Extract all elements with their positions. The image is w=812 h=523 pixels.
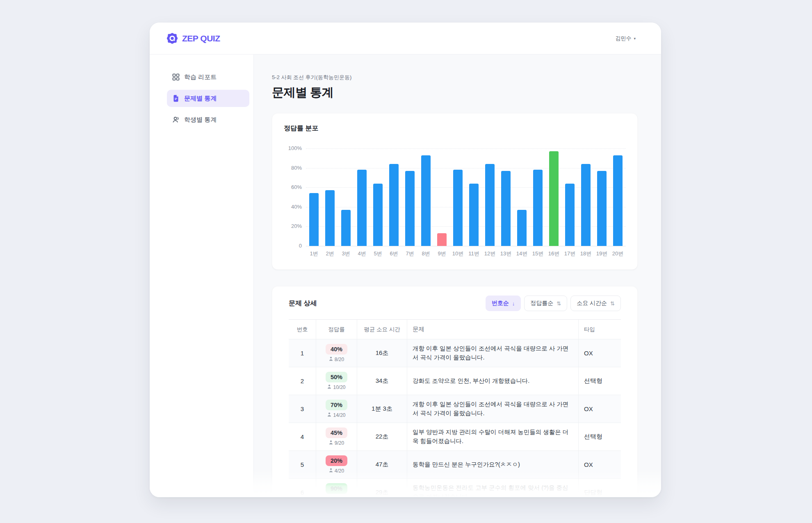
- cell-number: 6: [289, 479, 316, 497]
- table-row: 445%9/2022초일부 양반과 지방 관리의 수탈이 더해져 농민들의 생활…: [289, 423, 621, 451]
- cell-question: 개항 이후 일본 상인들이 조선에서 곡식을 대량으로 사 가면서 곡식 가격이…: [407, 395, 578, 423]
- accuracy-chart: 100%80%60%40%20%0 1번2번3번4번5번6번7번8번9번10번1…: [284, 148, 626, 257]
- bar-slot: [498, 171, 514, 246]
- person-icon: [327, 384, 331, 390]
- cell-avg-time: 29초: [357, 479, 407, 497]
- bar-slot: [338, 210, 354, 246]
- cell-number: 1: [289, 339, 316, 367]
- accuracy-badge: 70%: [326, 400, 347, 410]
- sidebar-item-student-stats[interactable]: 학생별 통계: [167, 111, 249, 128]
- sort-button-label: 소요 시간순: [577, 300, 607, 307]
- cell-avg-time: 22초: [357, 423, 407, 450]
- respondent-count-text: 14/20: [333, 412, 345, 418]
- column-header: 평균 소요 시간: [357, 320, 407, 339]
- cell-avg-time: 1분 3초: [357, 395, 407, 423]
- respondent-count-text: 8/20: [335, 357, 344, 362]
- sort-button-accuracy[interactable]: 정답률순⇅: [524, 296, 567, 311]
- bar-15번: [533, 170, 543, 246]
- cell-type: 단답형: [578, 479, 622, 497]
- cell-number: 3: [289, 395, 316, 423]
- bar-slot: [610, 155, 626, 246]
- cell-question: 동학농민운동은 전라도 고부 군수의 횡포에 맞서 (?)을 중심으로 퍼져나갔…: [407, 479, 578, 497]
- column-header: 번호: [289, 320, 316, 339]
- chart-title: 정답률 분포: [284, 124, 626, 133]
- bar-1번: [309, 193, 319, 246]
- bar-slot: [578, 164, 594, 246]
- y-axis-tick: 40%: [284, 204, 302, 210]
- bar-2번: [325, 190, 335, 246]
- accuracy-badge: 50%: [326, 372, 347, 382]
- x-label: 5번: [370, 250, 386, 257]
- column-header: 문제: [407, 320, 578, 339]
- x-label: 1번: [306, 250, 322, 257]
- table-row: 690%18/2029초동학농민운동은 전라도 고부 군수의 횡포에 맞서 (?…: [289, 479, 621, 497]
- cell-accuracy: 20%4/20: [316, 451, 357, 478]
- respondent-count: 8/20: [329, 357, 344, 362]
- sort-updown-icon: ⇅: [557, 300, 561, 307]
- respondent-count-text: 10/20: [333, 384, 345, 390]
- sort-button-number[interactable]: 번호순↓: [486, 296, 521, 311]
- bar-12번: [485, 164, 495, 246]
- x-label: 9번: [434, 250, 450, 257]
- sidebar-item-label: 문제별 통계: [184, 95, 217, 102]
- cell-type: OX: [578, 451, 622, 478]
- table-row: 140%8/2016초개항 이후 일본 상인들이 조선에서 곡식을 대량으로 사…: [289, 339, 621, 367]
- user-menu[interactable]: 김민수 ▾: [615, 35, 636, 42]
- bar-slot: [530, 170, 546, 246]
- cell-type: 선택형: [578, 423, 622, 450]
- x-label: 7번: [402, 250, 418, 257]
- x-label: 19번: [594, 250, 610, 257]
- cell-accuracy: 50%10/20: [316, 367, 357, 395]
- grid-icon: [172, 73, 180, 81]
- y-axis-tick: 60%: [284, 184, 302, 190]
- table-row: 250%10/2034초강화도 조약으로 인천, 부산이 개항됐습니다.선택형: [289, 367, 621, 395]
- bar-slot: [434, 233, 450, 246]
- respondent-count-text: 4/20: [335, 468, 344, 474]
- logo[interactable]: ZEP QUIZ: [166, 32, 220, 45]
- cell-accuracy: 70%14/20: [316, 395, 357, 423]
- sidebar-item-label: 학습 리포트: [184, 73, 217, 81]
- gridline-0: [306, 246, 626, 246]
- y-axis-tick: 100%: [284, 145, 302, 151]
- cell-avg-time: 47초: [357, 451, 407, 478]
- bar-slot: [562, 184, 578, 246]
- person-icon: [327, 412, 331, 418]
- x-label: 8번: [418, 250, 434, 257]
- bar-13번: [501, 171, 511, 246]
- bar-slot: [594, 171, 610, 246]
- cell-accuracy: 90%18/20: [316, 479, 357, 497]
- cell-number: 4: [289, 423, 316, 450]
- cell-accuracy: 40%8/20: [316, 339, 357, 367]
- sort-button-time[interactable]: 소요 시간순⇅: [570, 296, 621, 311]
- x-label: 6번: [386, 250, 402, 257]
- cell-avg-time: 16초: [357, 339, 407, 367]
- y-axis-tick: 20%: [284, 223, 302, 229]
- app-window: ZEP QUIZ 김민수 ▾ 학습 리포트문제별 통계학생별 통계 5-2 사회…: [150, 23, 661, 497]
- respondent-count-text: 18/20: [333, 496, 345, 497]
- bar-19번: [597, 171, 607, 246]
- respondent-count: 4/20: [329, 468, 344, 474]
- sidebar-item-report[interactable]: 학습 리포트: [167, 68, 249, 86]
- x-label: 4번: [354, 250, 370, 257]
- document-icon: [172, 95, 180, 102]
- x-label: 3번: [338, 250, 354, 257]
- cell-question: 강화도 조약으로 인천, 부산이 개항됐습니다.: [407, 367, 578, 395]
- respondent-count: 9/20: [329, 440, 344, 446]
- sort-button-group: 번호순↓정답률순⇅소요 시간순⇅: [486, 296, 621, 311]
- accuracy-distribution-card: 정답률 분포 100%80%60%40%20%0 1번2번3번4번5번6번7번8…: [272, 113, 638, 270]
- cell-question: 일부 양반과 지방 관리의 수탈이 더해져 농민들의 생활은 더욱 힘들어졌습니…: [407, 423, 578, 450]
- bar-slot: [306, 193, 322, 246]
- respondent-count: 10/20: [327, 384, 345, 390]
- question-table: 번호정답률평균 소요 시간문제타입140%8/2016초개항 이후 일본 상인들…: [289, 319, 621, 497]
- cell-question: 동학을 만드신 분은 누구인가요?(ㅊㅈㅇ): [407, 451, 578, 478]
- accuracy-badge: 40%: [326, 344, 347, 355]
- bars-container: [306, 148, 626, 246]
- x-label: 11번: [466, 250, 482, 257]
- top-bar: ZEP QUIZ 김민수 ▾: [150, 23, 661, 55]
- sidebar: 학습 리포트문제별 통계학생별 통계: [150, 55, 254, 497]
- sidebar-item-question-stats[interactable]: 문제별 통계: [167, 90, 249, 107]
- bar-7번: [405, 171, 415, 246]
- bar-slot: [386, 164, 402, 246]
- bar-slot: [402, 171, 418, 246]
- y-axis-tick: 0: [284, 243, 302, 249]
